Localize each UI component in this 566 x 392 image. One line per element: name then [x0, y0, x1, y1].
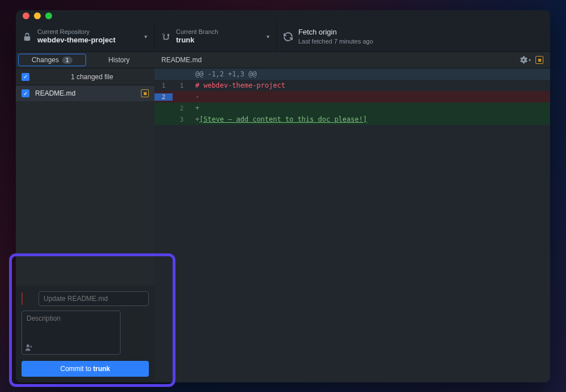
fetch-status: Last fetched 7 minutes ago [298, 37, 373, 45]
diff-area: README.md ▾ @@ -1,2 +1,3 @@ [155, 52, 550, 382]
commit-button-prefix: Commit to [60, 365, 93, 373]
file-item[interactable]: ✓ README.md [16, 85, 155, 101]
modified-icon [535, 56, 543, 64]
maximize-window-button[interactable] [45, 12, 52, 19]
fetch-label: Fetch origin [298, 28, 373, 37]
main-area: Changes 1 History ✓ 1 changed file ✓ REA… [16, 52, 550, 382]
tab-changes[interactable]: Changes 1 [18, 54, 86, 66]
fetch-origin-button[interactable]: Fetch origin Last fetched 7 minutes ago [277, 21, 550, 51]
diff-hunk-header: @@ -1,2 +1,3 @@ [155, 68, 550, 80]
diff-line[interactable]: 2 - [155, 91, 550, 102]
sidebar: Changes 1 History ✓ 1 changed file ✓ REA… [16, 52, 155, 382]
commit-summary-input[interactable] [38, 291, 149, 306]
modified-icon [141, 89, 149, 97]
chevron-down-icon: ▾ [267, 33, 269, 40]
commit-description-input[interactable] [22, 311, 121, 355]
diff-header: README.md ▾ [155, 52, 550, 68]
titlebar [16, 10, 550, 21]
tab-history[interactable]: History [86, 52, 153, 68]
minimize-window-button[interactable] [34, 12, 41, 19]
changes-count-badge: 1 [62, 57, 72, 64]
diff-settings-button[interactable]: ▾ [520, 56, 531, 64]
branch-icon [161, 32, 170, 41]
branch-name: trunk [176, 36, 218, 45]
diff-filename: README.md [161, 56, 201, 64]
toolbar: Current Repository webdev-theme-project … [16, 21, 550, 52]
add-coauthor-icon[interactable] [25, 343, 33, 353]
sidebar-tabs: Changes 1 History [16, 52, 155, 68]
avatar [22, 292, 34, 305]
repo-name: webdev-theme-project [37, 36, 115, 45]
chevron-down-icon: ▾ [144, 33, 147, 40]
changed-files-count: 1 changed file [35, 73, 149, 81]
lock-icon [23, 32, 32, 41]
repository-selector[interactable]: Current Repository webdev-theme-project … [16, 21, 155, 51]
commit-button-branch: trunk [93, 365, 110, 373]
commit-button[interactable]: Commit to trunk [22, 361, 149, 377]
close-window-button[interactable] [23, 12, 29, 19]
diff-line[interactable]: 3 +[Steve — add content to this doc plea… [155, 114, 550, 125]
repo-label: Current Repository [37, 28, 115, 36]
tab-changes-label: Changes [32, 56, 59, 64]
branch-selector[interactable]: Current Branch trunk ▾ [155, 21, 277, 51]
select-all-checkbox[interactable]: ✓ [22, 73, 29, 81]
diff-line[interactable]: 2 + [155, 102, 550, 114]
file-checkbox[interactable]: ✓ [22, 89, 29, 97]
file-list-header: ✓ 1 changed file [16, 68, 155, 85]
branch-label: Current Branch [176, 28, 218, 36]
tab-history-label: History [109, 56, 130, 64]
diff-content: @@ -1,2 +1,3 @@ 1 1 # webdev-theme-proje… [155, 68, 550, 382]
commit-panel: Commit to trunk [16, 286, 155, 382]
app-window: Current Repository webdev-theme-project … [16, 10, 550, 382]
file-name-label: README.md [35, 89, 135, 97]
diff-line[interactable]: 1 1 # webdev-theme-project [155, 80, 550, 91]
sync-icon [284, 32, 293, 41]
